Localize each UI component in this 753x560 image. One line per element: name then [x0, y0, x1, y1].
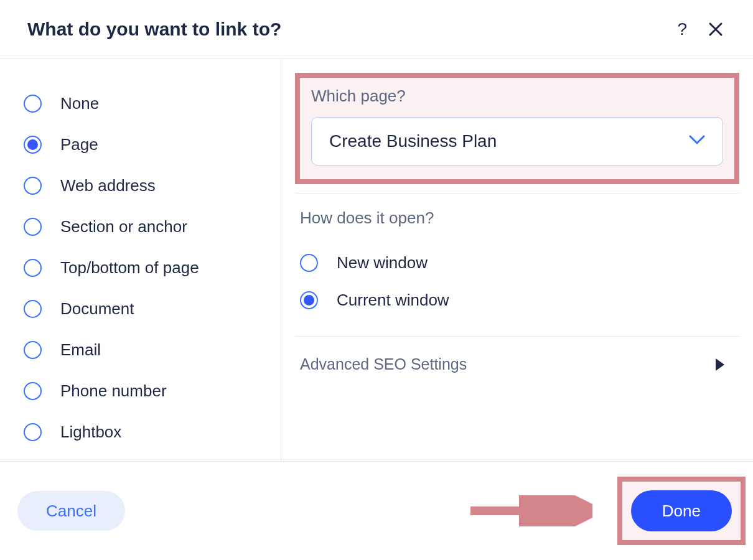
link-type-email[interactable]: Email — [24, 329, 262, 370]
page-select[interactable]: Create Business Plan — [311, 117, 723, 166]
radio-icon — [24, 259, 42, 277]
close-icon[interactable] — [708, 22, 723, 37]
link-type-phone[interactable]: Phone number — [24, 370, 262, 411]
link-type-page[interactable]: Page — [24, 124, 262, 165]
link-type-label: Section or anchor — [60, 217, 187, 236]
page-select-value: Create Business Plan — [329, 131, 689, 151]
header-actions: ? — [677, 21, 723, 38]
chevron-right-icon — [716, 358, 724, 371]
link-dialog: What do you want to link to? ? None Page… — [0, 0, 753, 560]
open-option-label: New window — [337, 253, 428, 273]
link-type-label: Phone number — [60, 381, 167, 401]
link-type-list: None Page Web address Section or anchor … — [0, 59, 281, 461]
cancel-button-label: Cancel — [46, 502, 96, 521]
link-type-lightbox[interactable]: Lightbox — [24, 411, 262, 452]
radio-icon — [24, 136, 42, 154]
link-type-label: Top/bottom of page — [60, 258, 199, 278]
done-button[interactable]: Done — [631, 490, 732, 531]
dialog-footer: Cancel Done — [0, 461, 753, 560]
link-type-label: Document — [60, 299, 134, 319]
radio-icon — [24, 218, 42, 236]
radio-icon — [24, 300, 42, 318]
link-type-label: Web address — [60, 176, 156, 195]
link-type-top-bottom[interactable]: Top/bottom of page — [24, 247, 262, 288]
advanced-seo-label: Advanced SEO Settings — [300, 355, 467, 373]
radio-icon — [24, 382, 42, 400]
advanced-seo-toggle[interactable]: Advanced SEO Settings — [295, 337, 739, 386]
open-option-new-window[interactable]: New window — [300, 244, 734, 281]
link-type-label: Page — [60, 135, 98, 154]
dialog-body: None Page Web address Section or anchor … — [0, 59, 753, 461]
annotation-highlight-done: Done — [617, 477, 746, 545]
chevron-down-icon — [689, 134, 705, 148]
link-settings-panel: Which page? Create Business Plan How doe… — [281, 59, 753, 461]
open-option-current-window[interactable]: Current window — [300, 281, 734, 319]
radio-icon — [300, 254, 318, 272]
done-button-label: Done — [662, 502, 701, 521]
link-type-label: None — [60, 94, 99, 113]
annotation-arrow-icon — [468, 495, 592, 526]
radio-icon — [24, 423, 42, 441]
dialog-header: What do you want to link to? ? — [0, 0, 753, 59]
cancel-button[interactable]: Cancel — [17, 491, 125, 531]
radio-icon — [24, 177, 42, 195]
link-type-label: Lightbox — [60, 422, 121, 442]
radio-icon — [300, 291, 318, 309]
link-type-document[interactable]: Document — [24, 288, 262, 329]
open-behavior-section: How does it open? New window Current win… — [295, 194, 739, 319]
open-behavior-label: How does it open? — [300, 208, 734, 228]
link-type-none[interactable]: None — [24, 83, 262, 124]
annotation-highlight-which-page: Which page? Create Business Plan — [295, 73, 739, 184]
dialog-title: What do you want to link to? — [27, 19, 677, 40]
open-behavior-options: New window Current window — [300, 244, 734, 319]
link-type-section-anchor[interactable]: Section or anchor — [24, 206, 262, 247]
radio-icon — [24, 95, 42, 113]
radio-icon — [24, 341, 42, 359]
help-icon[interactable]: ? — [677, 21, 687, 38]
which-page-label: Which page? — [311, 86, 723, 106]
open-option-label: Current window — [337, 291, 449, 310]
link-type-label: Email — [60, 340, 101, 360]
link-type-web-address[interactable]: Web address — [24, 165, 262, 206]
